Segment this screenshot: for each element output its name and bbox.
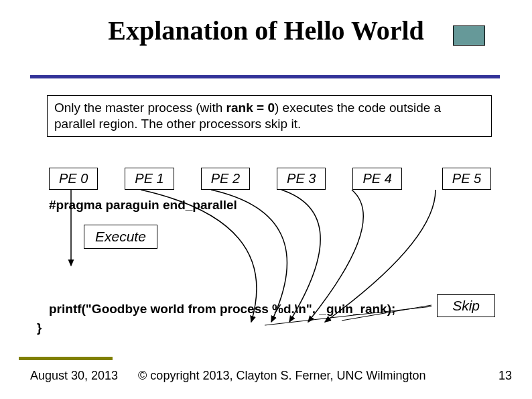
pe-4: PE 4 bbox=[352, 168, 401, 190]
footer-copyright: © copyright 2013, Clayton S. Ferner, UNC… bbox=[138, 369, 425, 383]
execute-box: Execute bbox=[84, 225, 157, 249]
pe-row: PE 0 PE 1 PE 2 PE 3 PE 4 PE 5 bbox=[49, 168, 498, 190]
title-underline bbox=[30, 75, 500, 78]
pe-0: PE 0 bbox=[49, 168, 98, 190]
info-text-1: Only the master process (with bbox=[54, 101, 226, 115]
pragma-directive: #pragma paraguin end_parallel bbox=[49, 198, 237, 213]
pe-1: PE 1 bbox=[125, 168, 174, 190]
pe-3: PE 3 bbox=[277, 168, 326, 190]
footer-page-number: 13 bbox=[498, 369, 512, 383]
pe-5: PE 5 bbox=[442, 168, 491, 190]
footer: August 30, 2013 © copyright 2013, Clayto… bbox=[0, 369, 532, 383]
skip-box: Skip bbox=[437, 294, 495, 317]
slide-title: Explanation of Hello World bbox=[0, 0, 532, 46]
info-rank: rank = 0 bbox=[226, 101, 275, 115]
close-brace: } bbox=[37, 321, 42, 335]
title-accent-box bbox=[453, 25, 485, 46]
printf-statement: printf("Goodbye world from process %d.\n… bbox=[49, 302, 395, 317]
footer-date: August 30, 2013 bbox=[30, 369, 118, 383]
footer-accent-line bbox=[19, 357, 113, 360]
info-box: Only the master process (with rank = 0) … bbox=[47, 95, 492, 137]
pe-2: PE 2 bbox=[201, 168, 250, 190]
